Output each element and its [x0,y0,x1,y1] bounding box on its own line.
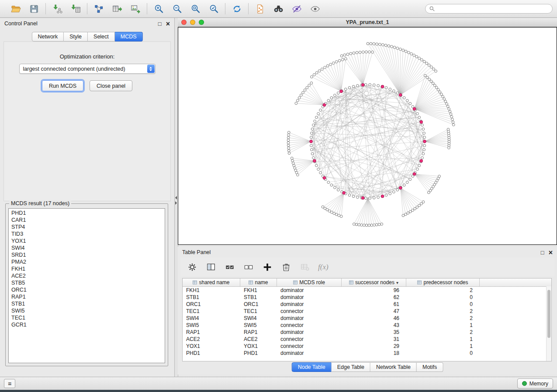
network-node[interactable] [337,189,339,191]
network-node[interactable] [365,51,368,53]
network-node[interactable] [352,85,355,88]
network-node[interactable] [334,94,336,96]
network-node[interactable] [308,84,311,87]
network-node[interactable] [369,197,371,199]
network-node[interactable] [376,43,378,45]
network-node[interactable] [293,164,295,167]
result-item[interactable]: TID3 [9,230,165,237]
columns-icon[interactable] [205,261,217,273]
network-node[interactable] [352,195,355,198]
cell[interactable]: 29 [342,343,406,350]
mcds-hub-node[interactable] [423,140,426,143]
cell[interactable]: dominator [277,350,342,357]
cell[interactable]: dominator [277,294,342,301]
network-node[interactable] [422,152,425,155]
mcds-hub-node[interactable] [340,90,343,93]
cell[interactable]: 1 [406,322,480,329]
result-item[interactable]: PHD1 [9,210,165,217]
network-node[interactable] [423,60,426,63]
network-node[interactable] [433,84,436,87]
cell[interactable]: 35 [342,329,406,336]
network-node[interactable] [314,120,316,123]
network-node[interactable] [315,116,318,119]
table-row[interactable]: YOX1YOX1connector291 [183,343,551,350]
mcds-hub-node[interactable] [313,159,316,162]
open-session-icon[interactable] [10,3,22,15]
network-node[interactable] [428,191,430,194]
table-row[interactable]: SWI4SWI4dominator462 [183,315,551,322]
cell[interactable]: ORC1 [183,301,240,308]
export-image-icon[interactable] [129,3,142,15]
tab-mcds[interactable]: MCDS [115,32,143,41]
network-node[interactable] [416,168,419,171]
cell[interactable]: dominator [277,301,342,308]
cell[interactable]: SWI4 [183,315,240,322]
float-table-panel-icon[interactable]: □ [541,250,544,255]
cell[interactable]: 0 [406,350,480,357]
network-node[interactable] [327,181,330,184]
cell[interactable]: TEC1 [183,308,240,315]
network-node[interactable] [364,83,367,86]
window-zoom-button[interactable] [199,20,204,25]
cell[interactable]: 2 [406,315,480,322]
cell[interactable]: FKH1 [183,287,240,294]
network-node[interactable] [317,113,320,115]
network-node[interactable] [287,144,290,147]
network-node[interactable] [391,45,393,48]
table-row[interactable]: TEC1TEC1connector472 [183,308,551,315]
result-item[interactable]: YOX1 [9,237,165,244]
network-node[interactable] [356,84,359,87]
network-node[interactable] [335,61,338,63]
network-node[interactable] [315,164,318,167]
network-node[interactable] [330,96,333,99]
table-row[interactable]: FKH1FKH1dominator962 [183,287,551,294]
window-minimize-button[interactable] [190,20,195,25]
tab-select[interactable]: Select [88,32,115,41]
network-node[interactable] [298,96,301,99]
result-item[interactable]: SWI4 [9,244,165,251]
zoom-selected-icon[interactable] [208,3,220,15]
network-node[interactable] [311,76,313,78]
zoom-out-icon[interactable] [171,3,183,15]
column-header-name[interactable]: name [240,279,277,286]
cell[interactable]: dominator [277,315,342,322]
cell[interactable]: YOX1 [240,343,277,350]
network-node[interactable] [319,109,322,111]
network-node[interactable] [412,209,414,212]
network-node[interactable] [430,66,433,69]
collapse-left-icon[interactable] [175,196,177,199]
network-node[interactable] [396,47,399,50]
cell[interactable]: PHD1 [183,350,240,357]
network-node[interactable] [312,157,315,159]
cell[interactable]: SWI5 [183,322,240,329]
network-node[interactable] [442,95,444,98]
mcds-hub-node[interactable] [361,196,364,199]
tab-network-table[interactable]: Network Table [370,362,417,372]
result-item[interactable]: FKH1 [9,265,165,272]
network-node[interactable] [435,70,437,72]
network-node[interactable] [418,164,421,167]
network-node[interactable] [346,53,349,55]
import-table-icon[interactable] [69,3,82,15]
close-panel-button[interactable]: Close panel [90,80,132,91]
result-item[interactable]: GCR1 [9,321,165,328]
network-node[interactable] [355,223,358,226]
network-node[interactable] [359,51,361,54]
network-node[interactable] [287,149,290,152]
network-node[interactable] [421,124,424,127]
cell[interactable]: STB1 [240,294,277,301]
network-node[interactable] [362,51,364,53]
cell[interactable]: 31 [342,336,406,343]
close-panel-icon[interactable]: × [166,21,170,27]
mcds-hub-node[interactable] [420,159,423,162]
network-canvas[interactable] [178,27,557,245]
network-node[interactable] [310,136,312,139]
network-node[interactable] [449,110,451,113]
network-node[interactable] [311,152,314,155]
network-node[interactable] [393,191,395,193]
export-table-icon[interactable] [111,3,123,15]
network-node[interactable] [322,206,324,208]
cell[interactable]: 62 [342,294,406,301]
export-document-icon[interactable] [254,3,266,15]
network-node[interactable] [334,186,336,189]
